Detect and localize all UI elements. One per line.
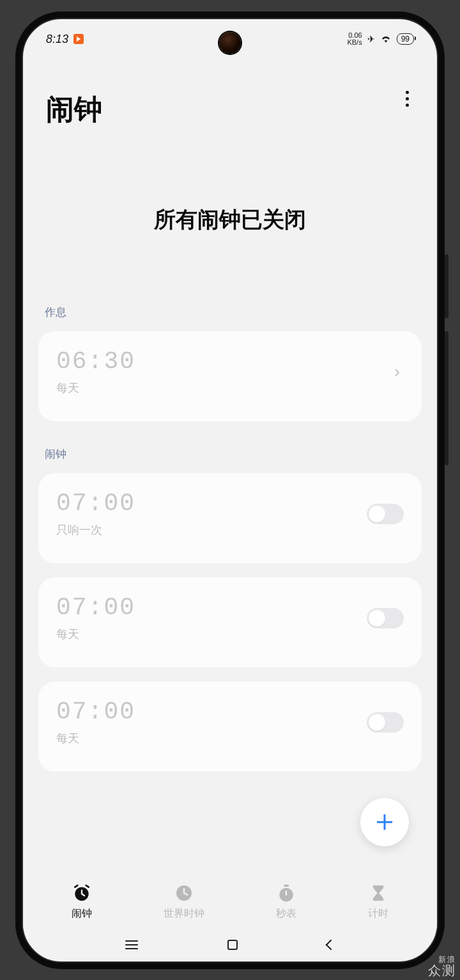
alarm-repeat: 每天 xyxy=(56,731,135,746)
content: 作息 06:30 每天 › 闹钟 07:00 只响一次 07:00 xyxy=(23,305,437,772)
stopwatch-icon xyxy=(276,883,296,903)
alarm-card[interactable]: 07:00 每天 xyxy=(38,577,422,667)
phone-frame: 8:13 0.06 KB/s ✈ 99 闹钟 所有闹钟已关闭 xyxy=(15,12,445,969)
recents-button[interactable] xyxy=(125,940,138,949)
alarm-card[interactable]: 07:00 每天 xyxy=(38,681,422,772)
hw-volume-button xyxy=(445,331,448,465)
alarm-time: 07:00 xyxy=(56,698,135,726)
status-time: 8:13 xyxy=(46,33,68,46)
hw-power-button xyxy=(445,254,448,318)
tab-timer[interactable]: 计时 xyxy=(368,883,388,921)
alarms-off-message: 所有闹钟已关闭 xyxy=(23,205,437,235)
routine-time: 06:30 xyxy=(56,348,135,375)
tab-label: 闹钟 xyxy=(72,907,92,921)
back-button[interactable] xyxy=(326,940,337,951)
routine-repeat: 每天 xyxy=(56,380,135,396)
screen-record-icon xyxy=(73,34,84,44)
tab-stopwatch[interactable]: 秒表 xyxy=(276,883,296,921)
tab-label: 计时 xyxy=(368,907,388,921)
page-title: 闹钟 xyxy=(46,91,414,128)
section-label-alarm: 闹钟 xyxy=(45,447,422,462)
watermark: 新浪 众测 xyxy=(428,956,456,977)
alarm-time: 07:00 xyxy=(56,490,135,517)
tab-bar: 闹钟 世界时钟 秒表 计时 xyxy=(23,874,437,929)
airplane-icon: ✈ xyxy=(367,34,375,44)
clock-icon xyxy=(174,883,194,903)
system-nav xyxy=(23,933,437,956)
camera-punch xyxy=(219,32,241,54)
screen: 8:13 0.06 KB/s ✈ 99 闹钟 所有闹钟已关闭 xyxy=(22,18,438,963)
wifi-icon xyxy=(380,34,392,45)
alarm-repeat: 每天 xyxy=(56,626,135,642)
alarm-toggle[interactable] xyxy=(367,608,404,628)
battery-icon: 99 xyxy=(397,33,414,45)
home-button[interactable] xyxy=(227,940,238,950)
alarm-toggle[interactable] xyxy=(367,712,404,733)
section-label-routine: 作息 xyxy=(45,305,422,320)
svg-rect-2 xyxy=(284,885,289,887)
tab-label: 秒表 xyxy=(276,907,296,921)
alarm-card[interactable]: 07:00 只响一次 xyxy=(38,473,422,563)
routine-card[interactable]: 06:30 每天 › xyxy=(38,331,422,421)
alarm-toggle[interactable] xyxy=(367,504,404,524)
alarm-repeat: 只响一次 xyxy=(56,522,135,538)
overflow-menu-button[interactable] xyxy=(399,84,415,113)
alarm-clock-icon xyxy=(72,883,92,903)
tab-world-clock[interactable]: 世界时钟 xyxy=(164,883,204,921)
plus-icon xyxy=(373,811,396,834)
net-speed: 0.06 KB/s xyxy=(347,32,362,46)
hourglass-icon xyxy=(368,883,388,903)
tab-alarm[interactable]: 闹钟 xyxy=(72,883,92,921)
header: 闹钟 xyxy=(23,59,437,128)
add-alarm-button[interactable] xyxy=(360,798,409,846)
tab-label: 世界时钟 xyxy=(164,907,204,921)
alarm-time: 07:00 xyxy=(56,594,135,621)
chevron-right-icon: › xyxy=(394,362,404,382)
